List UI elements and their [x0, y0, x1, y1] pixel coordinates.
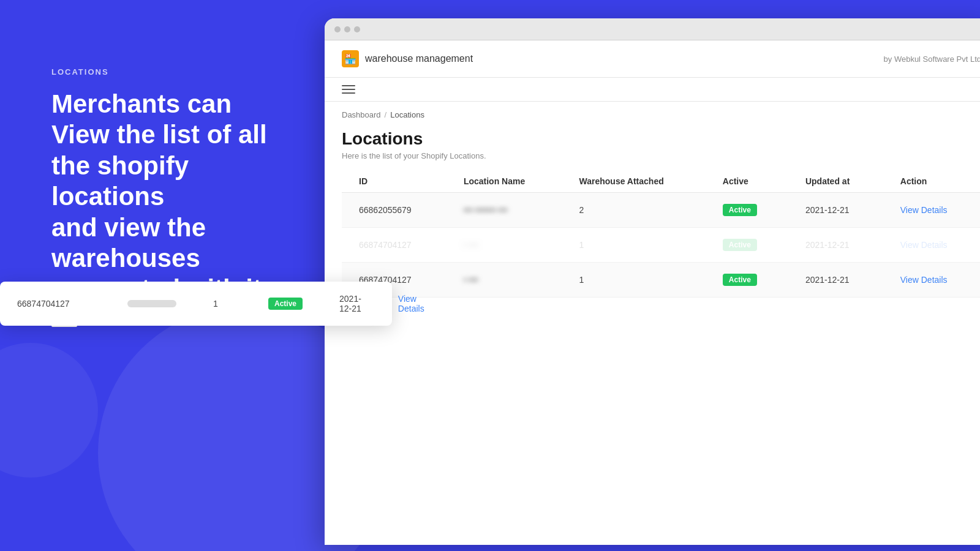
app-header-right: by Webkul Software Pvt Ltd [884, 54, 980, 64]
breadcrumb: Dashboard / Locations [325, 102, 980, 119]
heading-line1: Merchants can [51, 89, 232, 118]
cell-location-name: • ••• [447, 263, 562, 298]
col-action: Action [883, 170, 980, 193]
app-header: 🏪 warehouse management by Webkul Softwar… [325, 40, 980, 78]
section-heading: Merchants can View the list of all the s… [51, 89, 284, 305]
cell-location-name: • ••• [447, 228, 562, 263]
cell-id: 66874704127 [342, 228, 447, 263]
table-row: 66874704127 • ••• 1 Active 2021-12-21 Vi… [342, 263, 980, 298]
cell-action[interactable]: View Details [883, 228, 980, 263]
hamburger-line1 [342, 85, 355, 86]
heading-line4: and view the [51, 213, 206, 242]
floating-table-row: 66874704127 1 Active 2021-12-21 View Det… [0, 282, 392, 326]
col-updated-at: Updated at [788, 170, 883, 193]
cell-action[interactable]: View Details [883, 193, 980, 228]
decorative-circle-small [0, 343, 98, 478]
app-nav [325, 78, 980, 102]
breadcrumb-home[interactable]: Dashboard [342, 110, 381, 119]
cell-updated-at: 2021-12-21 [788, 228, 883, 263]
cell-id: 66862055679 [342, 193, 447, 228]
page-section: Locations Here is the list of your Shopi… [325, 119, 980, 298]
table-row: 66862055679 ••• ••••••• ••• 2 Active 202… [342, 193, 980, 228]
app-logo-text: warehouse management [365, 53, 473, 64]
view-details-link[interactable]: View Details [900, 240, 948, 250]
cell-warehouse-attached: 1 [562, 263, 706, 298]
cell-active: Active [706, 228, 788, 263]
hamburger-menu[interactable] [342, 85, 355, 94]
status-badge: Active [268, 298, 303, 310]
view-details-link[interactable]: View Details [900, 205, 948, 215]
table-row: 66874704127 • ••• 1 Active 2021-12-21 Vi… [342, 228, 980, 263]
cell-warehouse-attached: 1 [562, 228, 706, 263]
floating-row-warehouse: 1 [213, 299, 232, 309]
cell-action[interactable]: View Details [883, 263, 980, 298]
browser-dot-green [354, 26, 360, 32]
breadcrumb-separator: / [385, 110, 387, 119]
status-badge: Active [723, 204, 757, 216]
cell-updated-at: 2021-12-21 [788, 193, 883, 228]
cell-active: Active [706, 263, 788, 298]
floating-row-location [127, 300, 176, 307]
cell-warehouse-attached: 2 [562, 193, 706, 228]
heading-line5: warehouses [51, 244, 200, 272]
app-logo: 🏪 warehouse management [342, 50, 473, 67]
cell-updated-at: 2021-12-21 [788, 263, 883, 298]
col-warehouse-attached: Warehouse Attached [562, 170, 706, 193]
page-subtitle: Here is the list of your Shopify Locatio… [342, 151, 980, 160]
cell-location-name: ••• ••••••• ••• [447, 193, 562, 228]
floating-view-details-link[interactable]: View Details [398, 294, 424, 313]
table-header: ID Location Name Warehouse Attached Acti… [342, 170, 980, 193]
section-label: LOCATIONS [51, 67, 284, 77]
heading-line3: the shopify locations [51, 151, 189, 211]
browser-dot-yellow [344, 26, 350, 32]
cell-active: Active [706, 193, 788, 228]
floating-row-status: Active [268, 298, 303, 310]
col-active: Active [706, 170, 788, 193]
hamburger-line2 [342, 89, 355, 90]
status-badge: Active [723, 274, 757, 286]
table-body: 66862055679 ••• ••••••• ••• 2 Active 202… [342, 193, 980, 298]
breadcrumb-current: Locations [390, 110, 424, 119]
hamburger-line3 [342, 92, 355, 94]
floating-row-date: 2021-12-21 [339, 294, 361, 313]
floating-row-id: 66874704127 [17, 299, 91, 309]
locations-table: ID Location Name Warehouse Attached Acti… [342, 170, 980, 298]
col-location-name: Location Name [447, 170, 562, 193]
page-title: Locations [342, 129, 980, 149]
browser-container: 🏪 warehouse management by Webkul Softwar… [325, 18, 980, 545]
browser-dot-red [334, 26, 341, 32]
heading-line2: View the list of all [51, 120, 267, 149]
logo-icon: 🏪 [342, 50, 359, 67]
col-id: ID [342, 170, 447, 193]
browser-chrome [325, 18, 980, 40]
view-details-link[interactable]: View Details [900, 275, 948, 285]
status-badge: Active [723, 239, 757, 251]
app-wrapper: 🏪 warehouse management by Webkul Softwar… [325, 40, 980, 545]
